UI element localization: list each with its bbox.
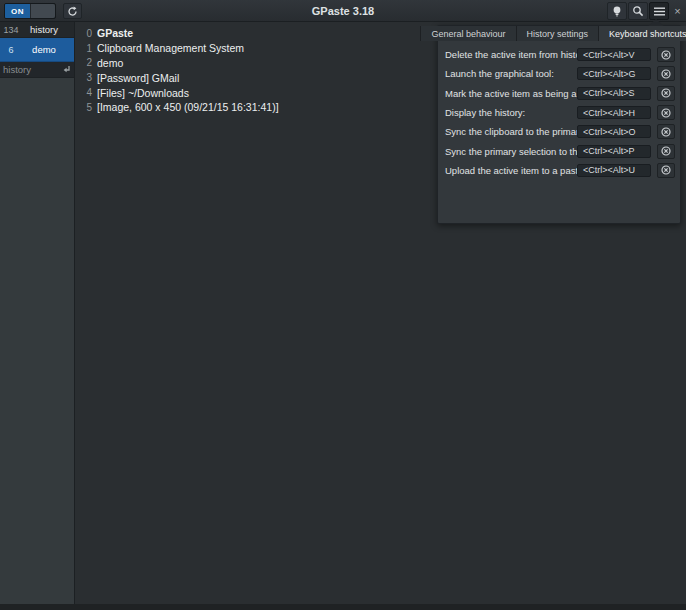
shortcut-clear-button[interactable] [657,105,675,120]
gpaste-window: ON GPaste 3.18 [0,0,686,610]
shortcut-clear-button[interactable] [657,47,675,62]
item-index: 5 [85,102,92,113]
circled-x-icon [661,127,671,137]
search-icon [632,5,644,17]
shortcut-input-delete-item[interactable] [577,48,651,61]
history-row-history[interactable]: 134 history [0,22,74,38]
shortcut-label: Upload the active item to a pastebin ser… [445,165,577,176]
switch-knob [30,4,55,18]
close-icon: × [674,5,680,17]
tab-general-behaviour[interactable]: General behaviour [420,26,516,41]
tab-history-settings[interactable]: History settings [517,26,600,41]
close-button[interactable]: × [671,4,684,18]
circled-x-icon [661,108,671,118]
lightbulb-icon [611,5,623,18]
shortcut-label: Mark the active item as being a password… [445,88,577,99]
hamburger-menu-icon [654,7,665,16]
item-text: GPaste [97,27,133,39]
shortcut-input-sync-clipboard-primary[interactable] [577,125,651,138]
shortcut-row-upload-pastebin: Upload the active item to a pastebin ser… [445,161,675,180]
shortcut-clear-button[interactable] [657,124,675,139]
shortcut-row-delete-item: Delete the active item from history: [445,45,675,64]
history-item-name: history [22,24,74,35]
shortcut-label: Launch the graphical tool: [445,68,577,79]
circled-x-icon [661,165,671,175]
shortcut-row-display-history: Display the history: [445,103,675,122]
menu-button[interactable] [649,2,669,20]
shortcut-input-display-history[interactable] [577,106,651,119]
shortcut-row-launch-tool: Launch the graphical tool: [445,64,675,83]
item-text: [Files] ~/Downloads [97,87,189,99]
shortcut-label: Sync the clipboard to the primary select… [445,126,577,137]
shortcut-row-sync-primary-clipboard: Sync the primary selection to the clipbo… [445,141,675,160]
keyboard-shortcuts-panel: Delete the active item from history: Lau… [438,41,680,180]
shortcut-label: Sync the primary selection to the clipbo… [445,146,577,157]
shortcut-input-mark-password[interactable] [577,87,651,100]
new-history-entry-row [0,62,74,78]
shortcut-row-sync-clipboard-primary: Sync the clipboard to the primary select… [445,122,675,141]
popover-arrow [648,19,664,26]
item-text: [Password] GMail [97,72,179,84]
shortcut-clear-button[interactable] [657,144,675,159]
shortcut-clear-button[interactable] [657,163,675,178]
shortcut-clear-button[interactable] [657,66,675,81]
search-button[interactable] [628,2,648,20]
circled-x-icon [661,50,671,60]
return-arrow-icon[interactable] [62,65,71,75]
refresh-button[interactable] [63,3,82,19]
item-index: 4 [85,87,92,98]
shortcut-input-upload-pastebin[interactable] [577,164,651,177]
item-index: 1 [85,43,92,54]
item-index: 0 [85,28,92,39]
shortcut-clear-button[interactable] [657,86,675,101]
shortcut-input-sync-primary-clipboard[interactable] [577,145,651,158]
shortcut-label: Delete the active item from history: [445,49,577,60]
circled-x-icon [661,88,671,98]
settings-popover: General behaviour History settings Keybo… [437,25,681,224]
sidebar-filler [0,78,74,604]
new-history-input[interactable] [3,64,62,75]
history-item-count: 6 [0,45,22,55]
history-item-count: 134 [0,25,22,35]
header-bar: ON GPaste 3.18 [0,0,686,22]
tab-keyboard-shortcuts[interactable]: Keyboard shortcuts [599,26,686,41]
shortcut-label: Display the history: [445,107,577,118]
window-title: GPaste 3.18 [0,0,686,22]
circled-x-icon [661,146,671,156]
item-text: demo [97,57,123,69]
refresh-icon [67,6,78,17]
item-index: 3 [85,72,92,83]
circled-x-icon [661,69,671,79]
item-index: 2 [85,57,92,68]
histories-sidebar: 134 history 6 demo [0,22,75,604]
settings-tabs: General behaviour History settings Keybo… [438,26,680,41]
history-row-demo[interactable]: 6 demo [0,38,74,62]
switch-on-label: ON [5,4,30,18]
tracking-toggle-switch[interactable]: ON [4,3,56,19]
item-text: [Image, 600 x 450 (09/21/15 16:31:41)] [97,101,279,113]
item-text: Clipboard Management System [97,42,244,54]
window-bottom-edge [0,604,686,610]
shortcut-input-launch-tool[interactable] [577,67,651,80]
shortcut-row-mark-password: Mark the active item as being a password… [445,84,675,103]
about-button[interactable] [607,2,627,20]
history-item-name: demo [22,44,74,55]
